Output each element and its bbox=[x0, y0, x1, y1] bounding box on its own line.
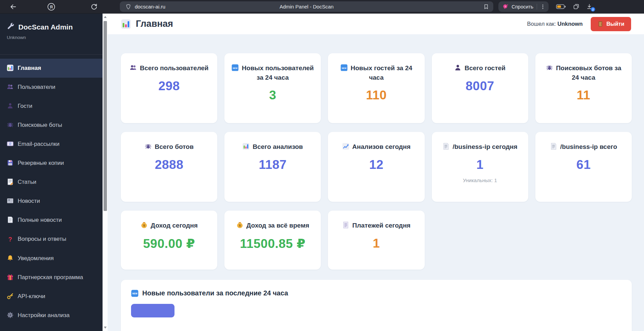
users-icon bbox=[7, 83, 14, 90]
sidebar-item-guests[interactable]: Гости bbox=[0, 97, 103, 116]
scroll-up-button[interactable] bbox=[103, 14, 108, 20]
stat-value: 3 bbox=[231, 88, 315, 102]
wrench-icon bbox=[7, 22, 14, 32]
newspaper-icon bbox=[7, 197, 14, 204]
stat-value: 12 bbox=[334, 158, 418, 172]
stat-card-new-guests-24h: NEWНовых гостей за 24 часа 110 bbox=[328, 53, 424, 123]
new-badge-icon: NEW bbox=[232, 64, 239, 71]
stat-card-payments-today: Платежей сегодня 1 bbox=[328, 211, 424, 270]
scroll-down-button[interactable] bbox=[103, 325, 108, 330]
sidebar-item-faq[interactable]: ?Вопросы и ответы bbox=[0, 230, 103, 249]
sidebar-item-api-keys[interactable]: API-ключи bbox=[0, 287, 103, 306]
floppy-disk-icon bbox=[7, 159, 14, 166]
sidebar-item-analysis-settings[interactable]: Настройки анализа bbox=[0, 306, 103, 325]
money-bag-icon: $ bbox=[141, 221, 148, 229]
new-badge-icon: NEW bbox=[341, 64, 348, 71]
users-icon bbox=[130, 64, 137, 71]
gear-icon bbox=[7, 312, 14, 318]
bookmark-icon[interactable] bbox=[483, 4, 489, 10]
sidebar-item-notifications[interactable]: Уведомления bbox=[0, 249, 103, 268]
brand: DocScan Admin bbox=[7, 22, 96, 32]
stat-card-total-guests: Всего гостей 8007 bbox=[432, 53, 528, 123]
sidebar-item-full-news[interactable]: Полные новости bbox=[0, 211, 103, 230]
svg-text:$: $ bbox=[239, 223, 241, 227]
sidebar-nav: Главная Пользователи Гости Поисковые бот… bbox=[0, 55, 103, 325]
stat-value: 1187 bbox=[231, 158, 315, 172]
sidebar-item-articles[interactable]: Статьи bbox=[0, 173, 103, 192]
svg-text:$: $ bbox=[143, 223, 145, 227]
ask-ai-button[interactable]: ? Спросить bbox=[498, 1, 549, 12]
battery-icon[interactable] bbox=[556, 4, 566, 9]
stat-value: 1 bbox=[438, 158, 522, 172]
stat-value: 11500.85 ₽ bbox=[231, 236, 315, 251]
main-header: Главная Вошел как: Unknown Выйти bbox=[108, 14, 644, 34]
sidebar-item-email[interactable]: @Email-рассылки bbox=[0, 135, 103, 154]
person-icon bbox=[7, 102, 14, 109]
svg-text:NEW: NEW bbox=[233, 67, 238, 69]
yandex-logo-button[interactable]: Я bbox=[47, 2, 56, 11]
logged-in-user: Unknown bbox=[557, 21, 583, 27]
sidebar-item-partner-program[interactable]: Партнерская программа bbox=[0, 268, 103, 287]
logged-in-as: Вошел как: Unknown bbox=[527, 21, 583, 27]
bar-chart-icon bbox=[242, 143, 250, 150]
stat-card-income-today: $Доход сегодня 590.00 ₽ bbox=[121, 211, 217, 270]
logout-button[interactable]: Выйти bbox=[591, 17, 631, 31]
document-icon bbox=[442, 143, 449, 150]
stat-card-total-users: Всего пользователей 298 bbox=[121, 53, 217, 123]
tabs-panel-icon[interactable] bbox=[573, 3, 580, 10]
email-icon: @ bbox=[7, 140, 14, 147]
stat-card-business-ip-total: /business-ip всего 61 bbox=[535, 132, 632, 202]
scrollbar-thumb[interactable] bbox=[104, 21, 107, 211]
brand-title: DocScan Admin bbox=[18, 23, 73, 31]
refresh-button[interactable] bbox=[90, 2, 98, 11]
kebab-menu-icon[interactable] bbox=[540, 4, 545, 9]
panel-action-button[interactable] bbox=[131, 304, 174, 317]
page-tab-title: Admin Panel - DocScan bbox=[120, 4, 493, 9]
bar-chart-icon bbox=[121, 19, 131, 29]
svg-text:Я: Я bbox=[50, 4, 53, 9]
memo-icon bbox=[7, 178, 14, 185]
question-icon: ? bbox=[7, 236, 14, 243]
door-icon bbox=[597, 21, 603, 27]
page-scrollbar[interactable] bbox=[103, 14, 108, 331]
spider-icon bbox=[546, 64, 553, 71]
sidebar-item-backups[interactable]: Резервные копии bbox=[0, 154, 103, 173]
stat-value: 1 bbox=[334, 236, 418, 251]
sidebar-item-dashboard[interactable]: Главная bbox=[0, 59, 103, 78]
stat-card-income-all-time: $Доход за всё время 11500.85 ₽ bbox=[224, 211, 321, 270]
sidebar-item-news[interactable]: Новости bbox=[0, 192, 103, 211]
stat-card-business-ip-today: /business-ip сегодня 1 Уникальных: 1 bbox=[432, 132, 528, 202]
stat-value: 61 bbox=[541, 158, 626, 172]
sidebar-item-users[interactable]: Пользователи bbox=[0, 78, 103, 97]
download-count-badge: 2 bbox=[591, 7, 595, 12]
svg-text:NEW: NEW bbox=[342, 67, 346, 69]
svg-text:@: @ bbox=[9, 142, 12, 145]
spider-icon bbox=[145, 143, 152, 150]
stat-note: Уникальных: 1 bbox=[438, 177, 522, 183]
shield-icon[interactable] bbox=[125, 4, 131, 10]
downloads-button[interactable]: 2 bbox=[586, 3, 593, 10]
ask-ai-label: Спросить bbox=[512, 4, 533, 9]
stat-value: 8007 bbox=[438, 79, 522, 93]
chart-up-icon bbox=[342, 143, 349, 150]
stat-value: 11 bbox=[541, 88, 626, 102]
bell-icon bbox=[7, 255, 14, 261]
sidebar-user-label: Unknown bbox=[7, 35, 96, 40]
browser-toolbar: Я docscan-ai.ru Admin Panel - DocScan ? … bbox=[0, 0, 644, 14]
ask-ai-icon: ? bbox=[502, 3, 509, 10]
sidebar: DocScan Admin Unknown Главная Пользовате… bbox=[0, 14, 103, 331]
gift-icon bbox=[7, 274, 14, 280]
bar-chart-icon bbox=[7, 64, 14, 71]
dashboard-content: Всего пользователей 298 NEWНовых пользов… bbox=[108, 34, 644, 331]
sidebar-item-search-bots[interactable]: Поисковые боты bbox=[0, 116, 103, 135]
divider bbox=[537, 4, 537, 9]
svg-text:NEW: NEW bbox=[132, 292, 137, 295]
back-button[interactable] bbox=[9, 2, 18, 11]
stat-card-analyses-today: Анализов сегодня 12 bbox=[328, 132, 424, 202]
stat-value: 2888 bbox=[127, 158, 211, 172]
address-bar[interactable]: docscan-ai.ru Admin Panel - DocScan bbox=[120, 1, 493, 12]
money-bag-icon: $ bbox=[236, 221, 243, 229]
document-icon bbox=[7, 216, 14, 223]
receipt-icon bbox=[342, 221, 349, 229]
key-icon bbox=[7, 293, 14, 299]
